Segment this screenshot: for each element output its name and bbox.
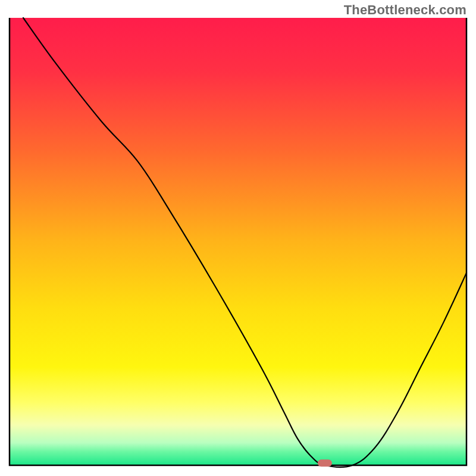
gradient-background [10, 18, 466, 465]
chart-container: TheBottleneck.com [0, 0, 476, 476]
watermark-text: TheBottleneck.com [344, 2, 466, 18]
optimal-marker [318, 459, 332, 466]
bottleneck-chart [0, 0, 476, 476]
